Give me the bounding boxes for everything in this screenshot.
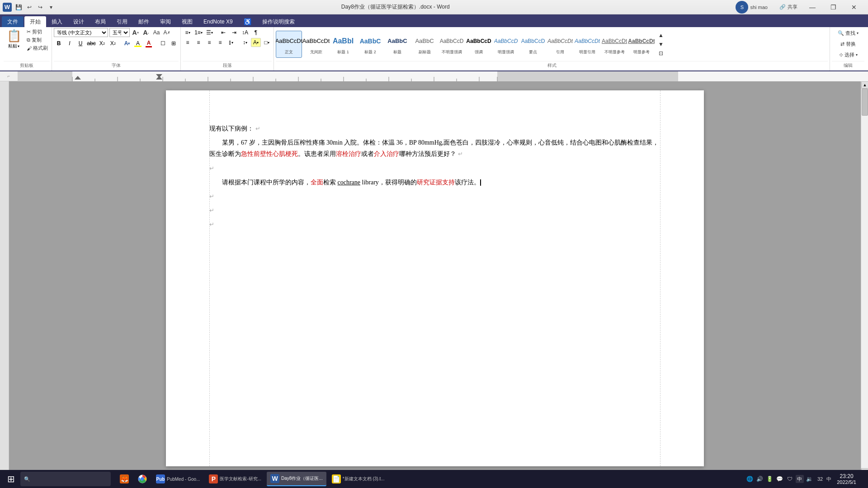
start-btn[interactable]: ⊞ bbox=[4, 472, 19, 486]
style-intense-r[interactable]: AaBbCcDt 明显参考 bbox=[628, 31, 655, 58]
search-taskbar-btn[interactable]: 🔍 bbox=[20, 472, 111, 486]
styles-expand[interactable]: ⊡ bbox=[656, 49, 665, 58]
tray-sound-icon[interactable]: 🔊 bbox=[756, 475, 764, 483]
scrollbar-track[interactable] bbox=[861, 89, 868, 468]
document-page[interactable]: 现有以下病例： ↵ 某男，67 岁，主因胸骨后压榨性疼痛 30min 入院。体检… bbox=[166, 90, 704, 466]
style-heading1[interactable]: AaBbI 标题 1 bbox=[330, 31, 356, 58]
style-intense-q[interactable]: AaBbCcDt 明显引用 bbox=[574, 31, 600, 58]
tray-lang-icon[interactable]: 中 bbox=[796, 475, 804, 483]
style-intense[interactable]: AaBbCcD 要点 bbox=[520, 31, 546, 58]
borders2-btn[interactable]: □▾ bbox=[262, 38, 272, 47]
restore-btn[interactable]: ❐ bbox=[823, 0, 844, 14]
para-2[interactable]: 某男，67 岁，主因胸骨后压榨性疼痛 30min 入院。体检：体温 36，BP … bbox=[209, 137, 660, 160]
save-quickaccess-btn[interactable]: 💾 bbox=[14, 2, 24, 12]
redo-btn[interactable]: ↪ bbox=[35, 2, 45, 12]
tab-accessibility[interactable]: ♿ bbox=[238, 16, 257, 27]
font-shrink-btn[interactable]: A- bbox=[142, 28, 151, 37]
bold-btn[interactable]: B bbox=[54, 39, 64, 48]
tab-review[interactable]: 审阅 bbox=[155, 16, 176, 27]
tab-layout[interactable]: 布局 bbox=[90, 16, 111, 27]
minimize-btn[interactable]: — bbox=[802, 0, 823, 14]
tray-wechat-icon[interactable]: 💬 bbox=[776, 475, 784, 483]
tab-file[interactable]: 文件 bbox=[2, 16, 24, 27]
tab-home[interactable]: 开始 bbox=[24, 16, 46, 27]
para-empty3[interactable]: ↵ bbox=[209, 205, 660, 216]
cut-btn[interactable]: ✂ 剪切 bbox=[25, 28, 50, 36]
taskbar-firefox[interactable]: 🦊 bbox=[116, 472, 132, 486]
sort-btn[interactable]: ↕A bbox=[240, 28, 250, 37]
tab-refs[interactable]: 引用 bbox=[111, 16, 133, 27]
underline-btn[interactable]: U bbox=[75, 39, 85, 48]
justify-btn[interactable]: ≡ bbox=[215, 38, 225, 47]
show-formatting-btn[interactable]: ¶ bbox=[251, 28, 261, 37]
font-family-select[interactable]: 等线 (中文正文) bbox=[54, 28, 108, 37]
para-empty1[interactable]: ↵ bbox=[209, 163, 660, 174]
tray-security-icon[interactable]: 🛡 bbox=[786, 475, 794, 483]
tray-battery-icon[interactable]: 🔋 bbox=[766, 475, 774, 483]
italic-btn[interactable]: I bbox=[65, 39, 75, 48]
find-btn[interactable]: 🔍 查找 ▾ bbox=[835, 29, 861, 38]
taskbar-notepad[interactable]: 📄 *新建文本文档 (3).t... bbox=[328, 472, 388, 486]
format-paint-btn[interactable]: 🖌 格式刷 bbox=[25, 44, 50, 52]
show-desktop-btn[interactable] bbox=[862, 472, 864, 486]
style-subtitle[interactable]: AaBbC 副标题 bbox=[411, 31, 438, 58]
scrollbar-up-btn[interactable]: ▲ bbox=[861, 81, 868, 89]
tab-design[interactable]: 设计 bbox=[68, 16, 90, 27]
style-heading3[interactable]: AaBbC 标题 bbox=[384, 31, 410, 58]
select-btn[interactable]: ⊹ 选择 ▾ bbox=[836, 51, 860, 59]
volume-icon[interactable]: 32 bbox=[816, 475, 825, 483]
tab-endnote[interactable]: EndNote X9 bbox=[198, 16, 238, 27]
paste-btn[interactable]: 📋 粘贴▾ bbox=[4, 28, 24, 50]
copy-btn[interactable]: ⧉ 复制 bbox=[25, 36, 50, 44]
shading-btn[interactable]: ☐ bbox=[158, 39, 168, 48]
taskbar-ppt[interactable]: P 医学文献检索-研究... bbox=[205, 472, 265, 486]
taskbar-word-active[interactable]: W Day8作业（循证医... bbox=[267, 472, 326, 486]
multilevel-btn[interactable]: ☰▾ bbox=[204, 28, 214, 37]
customize-btn[interactable]: ▾ bbox=[46, 2, 56, 12]
clear-format-btn[interactable]: A✗ bbox=[162, 28, 171, 37]
scrollbar-thumb[interactable] bbox=[862, 89, 868, 116]
highlight-btn[interactable]: A bbox=[133, 39, 143, 48]
bullets-btn[interactable]: ≡▾ bbox=[183, 28, 193, 37]
change-case-btn[interactable]: Aa bbox=[152, 28, 161, 37]
decrease-indent-btn[interactable]: ⇤ bbox=[218, 28, 228, 37]
taskbar-chrome[interactable] bbox=[134, 472, 151, 486]
style-normal[interactable]: AaBbCcDt 正文 bbox=[276, 31, 302, 58]
undo-btn[interactable]: ↩ bbox=[24, 2, 34, 12]
tab-help[interactable]: 操作说明搜索 bbox=[257, 16, 302, 27]
tray-network-icon[interactable]: 🌐 bbox=[746, 475, 754, 483]
text-effect-btn[interactable]: A▾ bbox=[122, 39, 132, 48]
shading2-btn[interactable]: A▾ bbox=[251, 38, 261, 47]
replace-btn[interactable]: ⇄ 替换 bbox=[838, 40, 859, 48]
borders-btn[interactable]: ⊞ bbox=[169, 39, 179, 48]
align-left-btn[interactable]: ≡ bbox=[183, 38, 193, 47]
styles-scroll-up[interactable]: ▲ bbox=[656, 31, 665, 40]
input-method-icon[interactable]: 中 bbox=[826, 476, 831, 483]
subscript-btn[interactable]: X2 bbox=[97, 39, 107, 48]
style-no-spacing[interactable]: AaBbCcDt 无间距 bbox=[303, 31, 329, 58]
close-btn[interactable]: ✕ bbox=[844, 0, 864, 14]
increase-indent-btn[interactable]: ⇥ bbox=[229, 28, 239, 37]
document-container[interactable]: 现有以下病例： ↵ 某男，67 岁，主因胸骨后压榨性疼痛 30min 入院。体检… bbox=[9, 81, 861, 475]
align-right-btn[interactable]: ≡ bbox=[204, 38, 214, 47]
tab-view[interactable]: 视图 bbox=[176, 16, 198, 27]
line-spacing-btn[interactable]: ↕▾ bbox=[240, 38, 250, 47]
style-heading2[interactable]: AaBbC 标题 2 bbox=[357, 31, 383, 58]
columns-btn[interactable]: ⫿▾ bbox=[226, 38, 236, 47]
style-subtle-r[interactable]: AaBbCcDt 不明显参考 bbox=[601, 31, 627, 58]
document-content[interactable]: 现有以下病例： ↵ 某男，67 岁，主因胸骨后压榨性疼痛 30min 入院。体检… bbox=[209, 123, 660, 230]
para-empty2[interactable]: ↵ bbox=[209, 191, 660, 202]
font-grow-btn[interactable]: A+ bbox=[131, 28, 140, 37]
font-size-select[interactable]: 五号 bbox=[109, 28, 130, 37]
style-quote[interactable]: AaBbCcDt 引用 bbox=[547, 31, 573, 58]
numbering-btn[interactable]: 1≡▾ bbox=[193, 28, 203, 37]
style-subtle[interactable]: AaBbCcD 明显强调 bbox=[493, 31, 519, 58]
para-3[interactable]: 请根据本门课程中所学的内容，全面检索 cochrane library，获得明确… bbox=[209, 177, 660, 188]
para-empty4[interactable]: ↵ bbox=[209, 219, 660, 230]
style-emphasis[interactable]: AaBbCcD 不明显强调 bbox=[439, 31, 465, 58]
align-center-btn[interactable]: ≡ bbox=[193, 38, 203, 47]
font-color-btn[interactable]: A bbox=[144, 39, 154, 48]
styles-scroll-down[interactable]: ▼ bbox=[656, 40, 665, 49]
share-btn[interactable]: 🔗 共享 bbox=[775, 0, 802, 14]
clock-area[interactable]: 23:20 2022/5/1 bbox=[834, 473, 859, 485]
